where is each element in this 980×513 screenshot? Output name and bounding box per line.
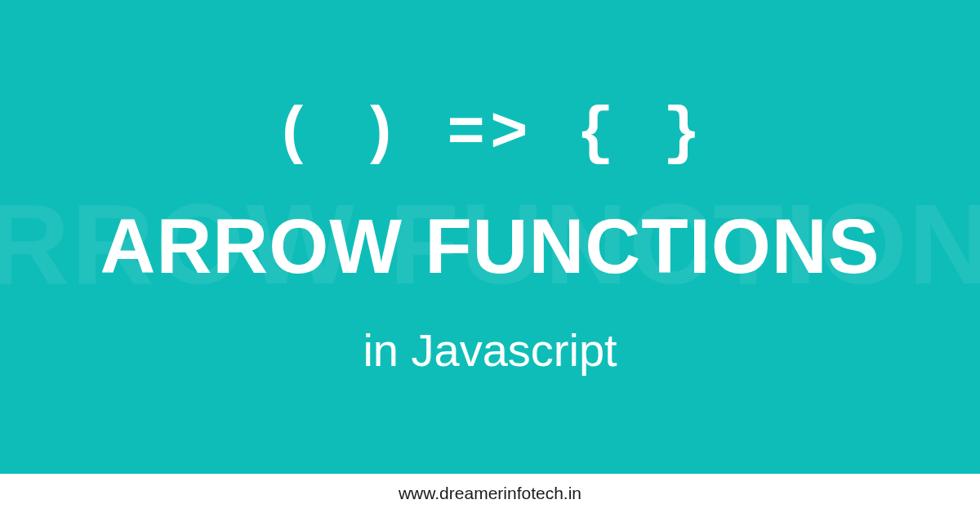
title-wrapper: RROW FUNCTION ARROW FUNCTIONS <box>0 203 980 291</box>
footer: www.dreamerinfotech.in <box>0 474 980 513</box>
banner: ( ) => { } RROW FUNCTION ARROW FUNCTIONS… <box>0 0 980 474</box>
title-main: ARROW FUNCTIONS <box>100 203 880 291</box>
footer-url: www.dreamerinfotech.in <box>399 484 581 503</box>
code-syntax: ( ) => { } <box>274 98 706 170</box>
subtitle: in Javascript <box>363 323 617 377</box>
